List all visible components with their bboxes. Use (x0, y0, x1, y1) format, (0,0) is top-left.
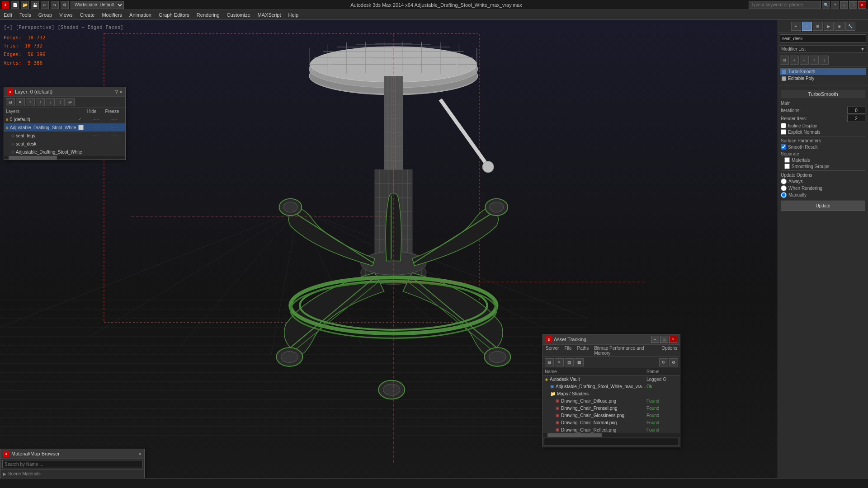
open-btn[interactable]: 📂 (21, 1, 29, 9)
asset-tool-3[interactable]: ▤ (565, 358, 574, 366)
layer-row-seat-legs[interactable]: ◇ seat_legs ─ ─ ─ ─ (9, 131, 125, 140)
layer-tool-1[interactable]: ⊟ (6, 98, 15, 106)
smoothing-groups-checkbox[interactable] (784, 164, 790, 169)
menu-modifiers[interactable]: Modifiers (98, 10, 126, 20)
layers-scroll[interactable] (4, 156, 125, 160)
materials-checkbox[interactable] (784, 157, 790, 163)
settings-btn[interactable]: ⚙ (61, 1, 69, 9)
asset-menu-paths[interactable]: Paths (575, 345, 592, 357)
material-search-input[interactable] (2, 460, 142, 468)
asset-reflect-status: Found (646, 427, 678, 432)
rpanel-icon-modify[interactable]: ⌇ (802, 22, 812, 31)
asset-close-btn[interactable]: × (669, 336, 677, 343)
asset-search-input[interactable] (544, 438, 679, 446)
menu-tools[interactable]: Tools (16, 10, 35, 20)
mod-icon-4[interactable]: ⇑ (810, 56, 819, 65)
menu-graph-editors[interactable]: Graph Editors (155, 10, 193, 20)
mod-icon-2[interactable]: + (790, 56, 799, 65)
asset-row-reflect[interactable]: ▣ Drawing_Chair_Reflect.png Found (554, 426, 680, 433)
manually-radio[interactable] (781, 192, 787, 198)
asset-menu-bitmap[interactable]: Bitmap Performance and Memory (591, 345, 659, 357)
viewport[interactable]: [+] [Perspective] [Shaded + Edged Faces]… (0, 20, 778, 488)
asset-scroll[interactable] (543, 433, 680, 437)
menu-animation[interactable]: Animation (126, 10, 155, 20)
asset-row-normal[interactable]: ▣ Drawing_Chair_Normal.png Found (554, 419, 680, 426)
rpanel-icon-hierarchy[interactable]: ⊞ (813, 22, 823, 31)
maximize-btn[interactable]: □ (849, 1, 857, 9)
always-radio[interactable] (781, 178, 787, 184)
render-iters-input[interactable] (847, 115, 865, 122)
rpanel-icon-create[interactable]: ✦ (791, 22, 801, 31)
redo-btn[interactable]: ↪ (51, 1, 59, 9)
asset-menu-options[interactable]: Options (659, 345, 680, 357)
menu-maxscript[interactable]: MAXScript (254, 10, 285, 20)
asset-tool-2[interactable]: ≡ (555, 358, 564, 366)
menu-rendering[interactable]: Rendering (193, 10, 223, 20)
asset-scroll-thumb[interactable] (547, 433, 602, 437)
object-name-input[interactable] (780, 34, 866, 42)
menu-create[interactable]: Create (76, 10, 98, 20)
layer-row-stool2[interactable]: ◇ Adjustable_Drafting_Stool_White ─ ─ ─ … (9, 148, 125, 156)
menu-group[interactable]: Group (35, 10, 56, 20)
mod-icon-1[interactable]: ⊟ (780, 56, 789, 65)
asset-row-glossiness[interactable]: ▣ Drawing_Chair_Glossiness.png Found (554, 412, 680, 419)
asset-row-maps-folder[interactable]: 📁 Maps / Shaders (548, 390, 680, 397)
asset-tool-settings[interactable]: ⚙ (669, 358, 678, 366)
modifier-list-arrow[interactable]: ▼ (860, 47, 865, 52)
asset-menu-server[interactable]: Server (543, 345, 561, 357)
mod-icon-3[interactable]: − (800, 56, 809, 65)
layer-hide-0: ─ ─ (87, 117, 105, 122)
iterations-input[interactable] (847, 107, 865, 114)
layer-tool-6[interactable]: ↕ (56, 98, 65, 106)
update-button[interactable]: Update (781, 201, 865, 211)
menu-views[interactable]: Views (56, 10, 76, 20)
menu-customize[interactable]: Customize (223, 10, 254, 20)
layer-row-default[interactable]: ≡ 0 (default) ✓ ─ ─ ─ ─ (4, 115, 125, 123)
isoline-checkbox[interactable] (781, 123, 786, 128)
workspace-select[interactable]: Workspace: Default (71, 1, 124, 9)
layer-tool-7[interactable]: ⇄ (66, 98, 75, 106)
layer-tool-add[interactable]: + (26, 98, 35, 106)
layer-row-seat-desk[interactable]: ◇ seat_desk ─ ─ ─ ─ (9, 140, 125, 148)
rpanel-icon-motion[interactable]: ▶ (824, 22, 834, 31)
layer-tool-2[interactable]: ✕ (16, 98, 25, 106)
asset-row-file[interactable]: ▣ Adjustable_Drafting_Stool_White_max_vr… (548, 383, 680, 390)
search-input[interactable] (749, 1, 821, 9)
layers-scroll-thumb[interactable] (9, 156, 57, 160)
when-rendering-radio[interactable] (781, 185, 787, 191)
layers-help-btn[interactable]: ? (115, 89, 118, 94)
isoline-row: Isoline Display (781, 123, 865, 128)
layers-close-btn[interactable]: × (120, 89, 123, 94)
asset-row-vault[interactable]: ◈ Autodesk Vault Logged O (543, 375, 680, 383)
search-btn[interactable]: 🔍 (822, 1, 830, 9)
layer-tool-4[interactable]: ↑ (36, 98, 45, 106)
mod-icon-5[interactable]: ⇓ (820, 56, 829, 65)
explicit-normals-checkbox[interactable] (781, 129, 786, 135)
modifier-editpoly[interactable]: Editable Poly (780, 75, 866, 82)
asset-minimize-btn[interactable]: − (651, 336, 659, 343)
close-btn[interactable]: ✕ (858, 1, 866, 9)
asset-tool-4[interactable]: ▦ (575, 358, 584, 366)
layer-tool-5[interactable]: ↓ (46, 98, 55, 106)
asset-tool-1[interactable]: ⊟ (545, 358, 554, 366)
minimize-btn[interactable]: − (840, 1, 848, 9)
rpanel-icon-utilities[interactable]: 🔧 (845, 22, 855, 31)
verts-value: 9 386 (28, 60, 42, 66)
menu-edit[interactable]: Edit (0, 10, 16, 20)
mat-close-btn[interactable]: × (139, 451, 142, 456)
asset-row-frensel[interactable]: ▣ Drawing_Chair_Frensel.png Found (554, 404, 680, 412)
smooth-result-checkbox[interactable] (781, 144, 786, 150)
asset-tool-refresh[interactable]: ↻ (659, 358, 668, 366)
save-btn[interactable]: 💾 (31, 1, 39, 9)
asset-menu-file[interactable]: File (561, 345, 574, 357)
asset-row-diffuse[interactable]: ▣ Drawing_Chair_Diffuse.png Found (554, 397, 680, 404)
asset-maximize-btn[interactable]: □ (660, 336, 668, 343)
new-btn[interactable]: 📄 (11, 1, 19, 9)
menu-help[interactable]: Help (285, 10, 302, 20)
mat-expand-icon[interactable]: ▶ (3, 472, 6, 476)
modifier-turbsmooth[interactable]: TurboSmooth (780, 68, 866, 75)
undo-btn[interactable]: ↩ (41, 1, 49, 9)
layer-row-stool[interactable]: ≡ Adjustable_Drafting_Stool_White ─ ─ ─ … (4, 123, 125, 131)
rpanel-icon-display[interactable]: ◉ (835, 22, 844, 31)
help-btn[interactable]: ? (831, 1, 839, 9)
